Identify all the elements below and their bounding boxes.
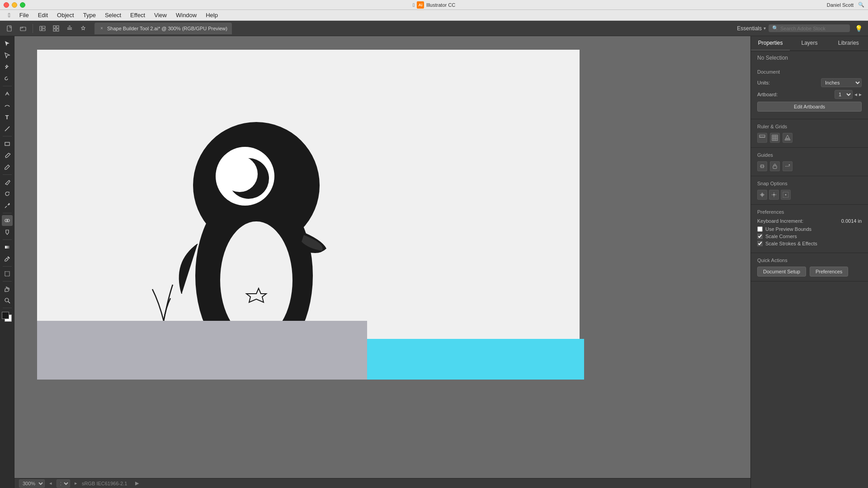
artboard-next-icon[interactable]: ▸ bbox=[859, 91, 862, 98]
fg-color-swatch[interactable] bbox=[2, 312, 9, 319]
arrange-btn[interactable] bbox=[64, 23, 75, 34]
pen-tool[interactable] bbox=[2, 88, 13, 99]
nav-next-icon[interactable]: ▸ bbox=[75, 480, 77, 486]
rect-tool[interactable] bbox=[2, 138, 13, 149]
artboard-select[interactable]: 1 bbox=[835, 90, 853, 99]
svg-line-18 bbox=[8, 301, 10, 303]
titlebar:  Ai Illustrator CC Daniel Scott 🔍 bbox=[0, 0, 868, 10]
snap-to-pixel-btn[interactable] bbox=[781, 190, 791, 200]
apple-menu[interactable]:  bbox=[4, 11, 15, 19]
magic-wand-tool[interactable] bbox=[2, 61, 13, 72]
curvature-tool[interactable] bbox=[2, 100, 13, 111]
svg-line-11 bbox=[5, 127, 9, 131]
scale-corners-label[interactable]: Scale Corners bbox=[765, 234, 797, 239]
type-tool[interactable]: T bbox=[2, 112, 13, 122]
tab-layers[interactable]: Layers bbox=[790, 36, 829, 51]
menu-effect[interactable]: Effect bbox=[126, 11, 150, 19]
edit-artboards-btn[interactable]: Edit Artboards bbox=[757, 102, 862, 112]
scale-corners-row: Scale Corners bbox=[757, 234, 862, 239]
show-rulers-btn[interactable] bbox=[757, 133, 767, 143]
clear-guides-btn[interactable] bbox=[783, 161, 793, 171]
artboard-tool[interactable] bbox=[2, 268, 13, 279]
show-guides-btn[interactable] bbox=[757, 161, 767, 171]
star-btn[interactable] bbox=[77, 23, 89, 34]
gradient-tool[interactable] bbox=[2, 242, 13, 253]
direct-selection-tool[interactable] bbox=[2, 50, 13, 61]
eraser-tool[interactable] bbox=[2, 177, 13, 188]
menu-file[interactable]: File bbox=[15, 11, 33, 19]
scale-corners-checkbox[interactable] bbox=[757, 234, 763, 239]
keyboard-increment-row: Keyboard Increment: 0.0014 in bbox=[757, 218, 862, 224]
svg-rect-43 bbox=[773, 166, 777, 169]
preferences-btn[interactable]: Preferences bbox=[810, 267, 848, 277]
document-tab[interactable]: × Shape Builder Tool 2.ai* @ 300% (RGB/G… bbox=[94, 23, 232, 34]
close-button[interactable] bbox=[4, 2, 9, 8]
tab-libraries[interactable]: Libraries bbox=[829, 36, 868, 51]
info-btn[interactable]: 💡 bbox=[853, 23, 864, 34]
scale-tool[interactable] bbox=[2, 200, 13, 211]
right-panel: Properties Layers Libraries No Selection… bbox=[750, 36, 868, 488]
library-btn[interactable] bbox=[37, 23, 48, 34]
snap-to-point-btn[interactable] bbox=[769, 190, 779, 200]
show-perspective-grid-btn[interactable] bbox=[783, 133, 793, 143]
paintbrush-tool[interactable] bbox=[2, 150, 13, 161]
menu-edit[interactable]: Edit bbox=[33, 11, 52, 19]
zoom-select[interactable]: 300% 100% 200% 50% bbox=[19, 479, 45, 488]
menu-object[interactable]: Object bbox=[52, 11, 79, 19]
search-stock-input[interactable] bbox=[780, 26, 844, 31]
canvas-area[interactable] bbox=[14, 36, 750, 488]
essentials-dropdown[interactable]: Essentials ▾ bbox=[737, 25, 766, 32]
rotate-tool[interactable] bbox=[2, 188, 13, 199]
search-icon[interactable]: 🔍 bbox=[858, 2, 864, 8]
new-document-btn[interactable] bbox=[4, 23, 15, 34]
eyedropper-tool[interactable] bbox=[2, 253, 13, 264]
line-tool[interactable] bbox=[2, 123, 13, 134]
menu-help[interactable]: Help bbox=[201, 11, 222, 19]
units-select[interactable]: Inches Pixels Centimeters Millimeters Po… bbox=[821, 78, 862, 87]
maximize-button[interactable] bbox=[20, 2, 25, 8]
svg-rect-6 bbox=[57, 26, 59, 28]
hand-tool[interactable] bbox=[2, 283, 13, 294]
artboard-prev-icon[interactable]: ◂ bbox=[854, 91, 857, 98]
grid-btn[interactable] bbox=[50, 23, 62, 34]
scale-strokes-label[interactable]: Scale Strokes & Effects bbox=[765, 241, 817, 246]
quick-actions-buttons: Document Setup Preferences bbox=[757, 267, 862, 277]
shape-builder-tool[interactable] bbox=[2, 215, 13, 226]
svg-point-17 bbox=[5, 298, 9, 302]
menu-view[interactable]: View bbox=[150, 11, 171, 19]
guides-icons-row bbox=[757, 161, 862, 171]
doc-tab-close[interactable]: × bbox=[99, 26, 104, 31]
scale-strokes-checkbox[interactable] bbox=[757, 241, 763, 246]
scale-strokes-row: Scale Strokes & Effects bbox=[757, 241, 862, 246]
document-setup-btn[interactable]: Document Setup bbox=[757, 267, 806, 277]
use-preview-bounds-checkbox[interactable] bbox=[757, 226, 763, 232]
minimize-button[interactable] bbox=[12, 2, 17, 8]
menu-window[interactable]: Window bbox=[171, 11, 201, 19]
lasso-tool[interactable] bbox=[2, 73, 13, 84]
zoom-tool[interactable] bbox=[2, 295, 13, 306]
ruler-grids-section: Ruler & Grids bbox=[751, 119, 868, 148]
artboard bbox=[37, 50, 580, 380]
svg-rect-5 bbox=[53, 26, 56, 28]
lock-guides-btn[interactable] bbox=[770, 161, 780, 171]
tab-properties[interactable]: Properties bbox=[751, 36, 790, 51]
nav-prev-icon[interactable]: ◂ bbox=[49, 480, 52, 486]
use-preview-bounds-row: Use Preview Bounds bbox=[757, 226, 862, 232]
selection-tool[interactable] bbox=[2, 38, 13, 49]
menu-select[interactable]: Select bbox=[100, 11, 126, 19]
menu-type[interactable]: Type bbox=[79, 11, 100, 19]
pencil-tool[interactable] bbox=[2, 162, 13, 173]
use-preview-bounds-label[interactable]: Use Preview Bounds bbox=[765, 226, 811, 232]
app-title:  Ai Illustrator CC bbox=[413, 1, 455, 9]
tool-divider-8 bbox=[3, 308, 12, 308]
guides-title: Guides bbox=[757, 152, 862, 158]
snap-to-grid-btn[interactable] bbox=[757, 190, 767, 200]
live-paint-tool[interactable] bbox=[2, 227, 13, 238]
show-grid-btn[interactable] bbox=[770, 133, 780, 143]
keyboard-increment-value: 0.0014 in bbox=[841, 218, 862, 224]
bottom-blue-block bbox=[367, 339, 584, 380]
artboard-nav-select[interactable]: 1 bbox=[57, 479, 70, 488]
guides-section: Guides bbox=[751, 148, 868, 176]
open-btn[interactable] bbox=[17, 23, 29, 34]
titlebar-right: Daniel Scott 🔍 bbox=[827, 2, 864, 8]
